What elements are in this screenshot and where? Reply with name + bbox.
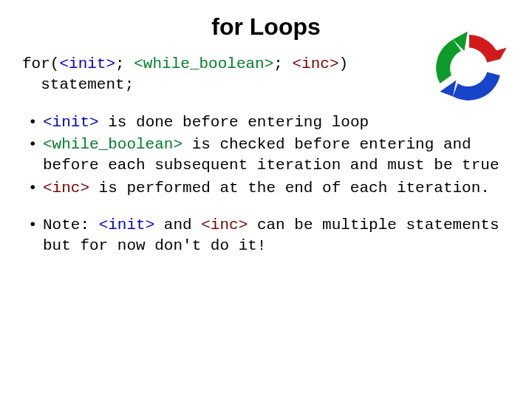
keyword-for: for (22, 55, 50, 72)
init-token: <init> (59, 55, 115, 72)
bullet-text: is performed at the end of each iteratio… (89, 180, 490, 197)
sep2: ; (273, 55, 292, 72)
bullet-text: is done before entering loop (99, 114, 369, 131)
bullet-init: <init> is done before entering loop (22, 112, 510, 133)
bullet-while: <while_boolean> is checked before enteri… (22, 134, 510, 177)
inc-token: <inc> (293, 55, 339, 72)
init-token: <init> (99, 216, 155, 233)
inc-token: <inc> (43, 180, 89, 197)
sep1: ; (115, 55, 134, 72)
paren-close: ) (339, 55, 349, 72)
inc-token: <inc> (201, 216, 248, 233)
init-token: <init> (43, 114, 99, 131)
and-text: and (154, 216, 201, 233)
while-token: <while_boolean> (134, 55, 273, 72)
indent (22, 76, 41, 93)
bullet-list-2: Note: <init> and <inc> can be multiple s… (22, 215, 510, 257)
while-token: <while_boolean> (43, 136, 183, 153)
cycle-arrows-icon (429, 27, 510, 108)
bullet-list-1: <init> is done before entering loop <whi… (22, 112, 510, 199)
bullet-inc: <inc> is performed at the end of each it… (22, 178, 510, 199)
slide: for Loops for(<init>; <while_boolean>; <… (0, 0, 532, 399)
note-prefix: Note: (43, 216, 99, 233)
statement: statement; (41, 76, 134, 93)
paren-open: ( (50, 55, 60, 72)
bullet-note: Note: <init> and <inc> can be multiple s… (22, 215, 510, 257)
svg-marker-1 (440, 81, 456, 97)
